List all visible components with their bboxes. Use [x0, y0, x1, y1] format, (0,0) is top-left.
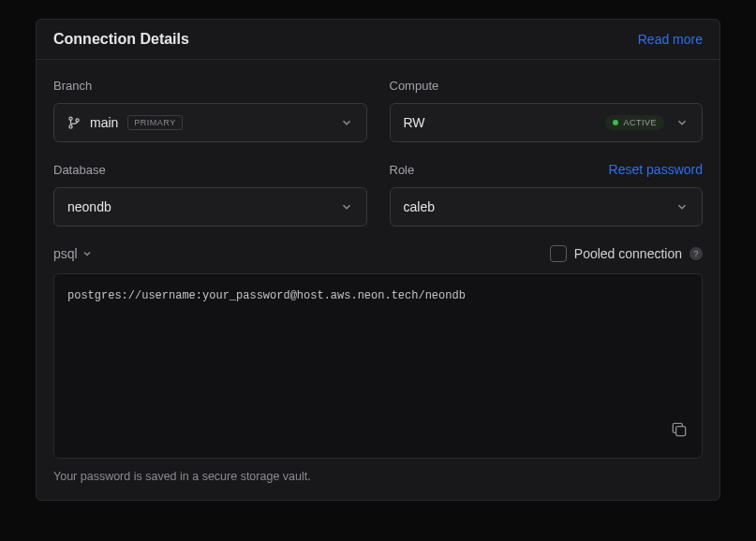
- pooled-label: Pooled connection: [574, 246, 682, 261]
- card-body: Branch main PRIMARY: [37, 60, 719, 500]
- copy-icon: [670, 420, 689, 439]
- pooled-connection-toggle: Pooled connection ?: [550, 245, 703, 262]
- status-badge: ACTIVE: [605, 115, 664, 130]
- branch-label: Branch: [53, 79, 92, 93]
- chevron-down-icon: [675, 116, 689, 129]
- compute-select[interactable]: RW ACTIVE: [390, 103, 704, 142]
- chevron-down-icon: [340, 200, 353, 213]
- chevron-down-icon: [82, 248, 93, 259]
- reset-password-link[interactable]: Reset password: [609, 162, 703, 177]
- format-selector[interactable]: psql: [53, 246, 93, 261]
- card-title: Connection Details: [53, 31, 189, 48]
- svg-point-2: [76, 119, 79, 122]
- format-value: psql: [53, 246, 78, 261]
- role-label: Role: [390, 163, 415, 177]
- read-more-link[interactable]: Read more: [638, 32, 703, 47]
- role-select[interactable]: caleb: [390, 187, 704, 227]
- role-value: caleb: [404, 199, 435, 214]
- chevron-down-icon: [675, 200, 689, 213]
- branch-value: main: [90, 115, 118, 130]
- primary-badge: PRIMARY: [127, 115, 182, 130]
- database-value: neondb: [67, 199, 111, 214]
- copy-button[interactable]: [666, 417, 692, 448]
- branch-select[interactable]: main PRIMARY: [53, 103, 367, 142]
- svg-point-1: [69, 125, 72, 128]
- help-icon[interactable]: ?: [689, 247, 703, 260]
- database-label: Database: [53, 163, 106, 177]
- pooled-checkbox[interactable]: [550, 245, 567, 262]
- connection-string-text: postgres://username:your_password@host.a…: [67, 289, 466, 302]
- svg-rect-3: [676, 427, 686, 436]
- card-header: Connection Details Read more: [37, 20, 719, 60]
- compute-label: Compute: [390, 79, 439, 93]
- status-text: ACTIVE: [623, 118, 657, 127]
- connection-string-box: postgres://username:your_password@host.a…: [53, 273, 703, 459]
- chevron-down-icon: [340, 116, 353, 129]
- footer-text: Your password is saved in a secure stora…: [53, 470, 703, 483]
- branch-icon: [67, 116, 81, 129]
- database-select[interactable]: neondb: [53, 187, 367, 227]
- compute-value: RW: [404, 115, 425, 130]
- connection-details-card: Connection Details Read more Branch: [36, 19, 720, 501]
- svg-point-0: [69, 117, 72, 120]
- status-dot-icon: [613, 120, 618, 125]
